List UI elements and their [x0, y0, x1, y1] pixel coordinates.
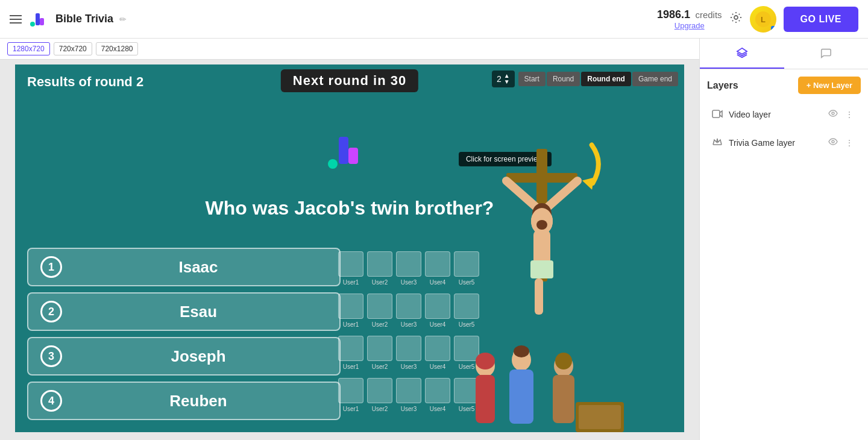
svg-rect-8 — [339, 137, 348, 164]
score-bar — [338, 294, 363, 319]
layer-item-trivia[interactable]: Trivia Game layer ⋮ — [707, 130, 861, 156]
user-label: User3 — [401, 363, 417, 370]
user-label: User3 — [401, 279, 417, 286]
svg-point-36 — [832, 140, 834, 143]
avatar-badge: f — [771, 26, 776, 33]
svg-rect-2 — [40, 18, 44, 25]
canvas-top-controls: 2 ▲ ▼ Start Round Round end Game end — [492, 71, 678, 87]
stage-tab-round[interactable]: Round — [547, 72, 580, 86]
score-bar — [396, 336, 421, 361]
tab-layers[interactable] — [700, 39, 784, 69]
svg-rect-34 — [712, 110, 720, 118]
app-title: Bible Trivia — [55, 13, 113, 25]
answer-1-text: Isaac — [69, 258, 327, 277]
svg-point-35 — [832, 112, 834, 115]
svg-point-7 — [328, 159, 338, 169]
svg-rect-1 — [36, 13, 40, 25]
layers-icon — [736, 47, 748, 59]
hamburger-menu-icon[interactable] — [10, 15, 22, 24]
app-logo — [28, 8, 49, 30]
next-round-badge: Next round in 30 — [281, 69, 418, 92]
score-bar — [338, 378, 363, 403]
answer-4-text: Reuben — [69, 392, 327, 410]
crown-icon — [712, 137, 724, 149]
svg-rect-16 — [530, 260, 553, 278]
round-down-arrow[interactable]: ▼ — [504, 79, 510, 85]
settings-icon[interactable] — [729, 11, 743, 27]
svg-point-24 — [476, 353, 495, 369]
user-label: User1 — [343, 363, 359, 370]
layer-actions-video: ⋮ — [826, 107, 856, 121]
stage-tab-game-end[interactable]: Game end — [632, 72, 678, 86]
panel-title: Layers — [707, 80, 738, 91]
resolution-1280[interactable]: 1280x720 — [7, 42, 50, 55]
video-layer-name: Video layer — [729, 110, 821, 119]
preview-container: Results of round 2 2 ▲ ▼ Start Round Rou… — [0, 60, 699, 440]
stage-tab-start[interactable]: Start — [518, 72, 546, 86]
answer-3-number: 3 — [40, 345, 62, 367]
answer-3[interactable]: 3 Joseph — [27, 337, 341, 376]
svg-point-28 — [514, 345, 529, 357]
trivia-layer-visibility[interactable] — [826, 136, 840, 149]
go-live-button[interactable]: GO LIVE — [784, 7, 858, 32]
new-layer-button[interactable]: + New Layer — [798, 77, 861, 94]
stage-tabs: Start Round Round end Game end — [518, 72, 678, 86]
edit-icon[interactable]: ✏ — [119, 14, 127, 24]
resolution-bar: 1280x720 720x720 720x1280 — [0, 39, 699, 60]
chat-icon — [820, 47, 832, 59]
score-bar — [338, 251, 363, 277]
resolution-720[interactable]: 720x720 — [54, 42, 92, 55]
user-col-1: User1 — [338, 251, 363, 286]
svg-rect-26 — [509, 369, 533, 424]
user-label: User2 — [372, 406, 388, 412]
answer-1[interactable]: 1 Isaac — [27, 248, 341, 286]
svg-rect-30 — [553, 375, 574, 423]
layer-item-video[interactable]: Video layer ⋮ — [707, 101, 861, 127]
trivia-layer-menu[interactable]: ⋮ — [843, 137, 856, 149]
score-bar — [396, 378, 421, 403]
topbar-right: L f GO LIVE — [729, 6, 858, 33]
user-col-3: User3 — [396, 251, 421, 286]
tab-chat[interactable] — [784, 39, 869, 69]
svg-rect-33 — [579, 405, 621, 429]
svg-rect-23 — [476, 375, 495, 423]
score-bar — [367, 378, 392, 403]
topbar-center: 1986.1 credits Upgrade — [657, 8, 722, 30]
score-bar — [338, 336, 363, 361]
answers-container: 1 Isaac 2 Esau 3 Joseph 4 Reuben — [27, 248, 341, 420]
user-label: User2 — [372, 321, 388, 328]
answer-2[interactable]: 2 Esau — [27, 292, 341, 331]
credits-amount: 1986.1 — [657, 8, 690, 20]
video-layer-menu[interactable]: ⋮ — [843, 108, 856, 121]
svg-rect-9 — [348, 148, 358, 164]
stage-tab-round-end[interactable]: Round end — [581, 72, 631, 86]
video-layer-visibility[interactable] — [826, 107, 840, 121]
canvas-logo — [326, 131, 374, 175]
resolution-720-1280[interactable]: 720x1280 — [96, 42, 139, 55]
game-canvas: Results of round 2 2 ▲ ▼ Start Round Rou… — [15, 64, 684, 432]
topbar-left: Bible Trivia ✏ — [10, 8, 650, 30]
answer-4[interactable]: 4 Reuben — [27, 382, 341, 420]
video-icon — [712, 108, 724, 121]
score-bar — [396, 251, 421, 277]
avatar[interactable]: L f — [750, 6, 776, 33]
answer-2-text: Esau — [69, 303, 327, 321]
round-arrows: ▲ ▼ — [504, 73, 510, 85]
credits-label: credits — [695, 10, 722, 20]
main-area: 1280x720 720x720 720x1280 Results of rou… — [0, 39, 868, 440]
user-label: User1 — [343, 279, 359, 286]
user-label: User2 — [372, 363, 388, 370]
right-panel: Layers + New Layer Video layer — [699, 39, 868, 440]
answer-2-number: 2 — [40, 301, 62, 322]
user-col-2: User2 — [367, 251, 392, 286]
upgrade-link[interactable]: Upgrade — [675, 21, 705, 30]
round-number-box: 2 ▲ ▼ — [492, 71, 515, 87]
svg-point-0 — [30, 22, 35, 27]
user-label: User1 — [343, 321, 359, 328]
score-bar — [367, 336, 392, 361]
trivia-layer-name: Trivia Game layer — [729, 138, 821, 148]
round-number: 2 — [497, 74, 502, 84]
user-label: User3 — [401, 321, 417, 328]
panel-header: Layers + New Layer — [707, 77, 861, 94]
canvas-area: 1280x720 720x720 720x1280 Results of rou… — [0, 39, 699, 440]
